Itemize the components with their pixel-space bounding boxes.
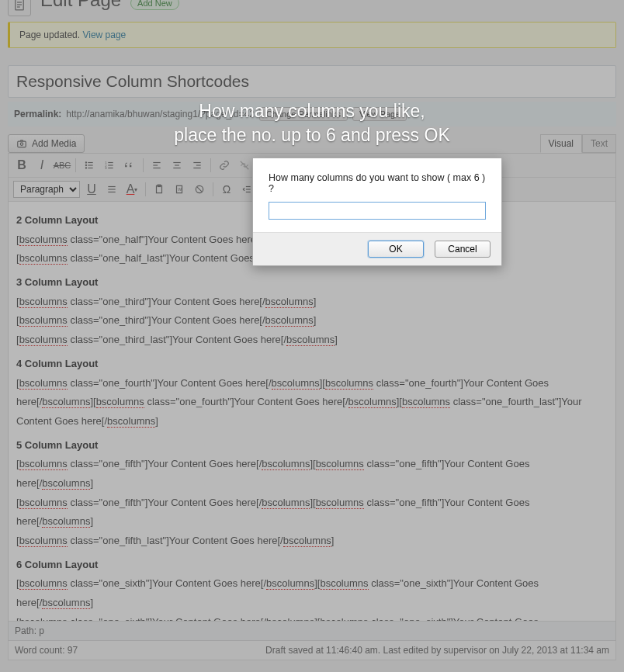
svg-point-6 [85,162,86,163]
content-line: [bscolumns class="one_third"]Your Conten… [16,311,608,331]
svg-point-5 [20,143,23,146]
add-media-button[interactable]: Add Media [8,134,85,153]
page-icon [8,0,31,16]
format-select[interactable]: Paragraph [13,181,80,198]
ok-button[interactable]: OK [368,241,424,258]
content-line: [bscolumns class="one_third_last"]Your C… [16,331,608,350]
content-line: [bscolumns class="one_fifth"]Your Conten… [16,494,608,532]
tab-visual[interactable]: Visual [540,134,582,153]
svg-line-49 [197,187,202,192]
special-char-button[interactable]: Ω [218,181,235,198]
italic-button[interactable]: I [33,157,50,174]
content-heading: 5 Column Layout [16,436,608,456]
title-text: Responsive Column Shortcodes [16,72,608,91]
content-heading: 6 Column Layout [16,556,608,575]
content-line: [bscolumns class="one_sixth"]Your Conten… [16,613,608,621]
camera-icon [16,138,27,149]
word-count: Word count: 97 [15,645,78,656]
columns-prompt-dialog: How many columns do you want to show ( m… [252,158,502,266]
strikethrough-button[interactable]: ABC [54,157,71,174]
unlink-button[interactable] [236,157,253,174]
svg-point-7 [85,165,86,165]
add-media-label: Add Media [32,138,76,149]
content-heading: 4 Column Layout [16,355,608,374]
text-color-button[interactable]: A▾ [123,181,140,198]
svg-rect-4 [18,141,26,147]
content-line: [bscolumns class="one_fifth"]Your Conten… [16,455,608,493]
path-bar: Path: p [9,621,615,640]
separator [143,158,144,172]
separator [145,182,146,196]
bullet-list-button[interactable] [81,157,98,174]
add-new-button[interactable]: Add New [130,0,179,10]
view-page-link[interactable]: View page [82,29,126,40]
page-title: Edit Page [40,0,121,11]
content-line: [bscolumns class="one_fourth"]Your Conte… [16,374,608,431]
remove-format-button[interactable] [191,181,208,198]
link-button[interactable] [216,157,233,174]
svg-text:3: 3 [105,166,107,170]
content-line: [bscolumns class="one_third"]Your Conten… [16,293,608,312]
bold-button[interactable]: B [13,157,30,174]
title-input[interactable]: Responsive Column Shortcodes [8,65,616,98]
separator [213,182,213,196]
content-line: [bscolumns class="one_sixth"]Your Conten… [16,574,608,612]
svg-text:W: W [178,187,182,192]
overlay-instruction: How many columns you like, place the no.… [118,99,506,147]
align-center-button[interactable] [168,157,185,174]
svg-point-8 [85,168,86,168]
align-justify-button[interactable] [103,181,120,198]
paste-word-button[interactable]: W [171,181,188,198]
numbered-list-button[interactable]: 123 [101,157,118,174]
tab-text[interactable]: Text [582,134,616,153]
columns-count-input[interactable] [269,202,486,220]
align-left-button[interactable] [148,157,165,174]
permalink-label: Permalink: [14,109,61,120]
paste-text-button[interactable] [151,181,168,198]
separator [75,158,76,172]
separator [210,158,211,172]
footer-bar: Word count: 97 Draft saved at 11:46:40 a… [8,641,616,660]
content-line: [bscolumns class="one_fifth_last"]Your C… [16,532,608,551]
save-status: Draft saved at 11:46:40 am. Last edited … [265,645,609,656]
cancel-button[interactable]: Cancel [435,241,491,258]
blockquote-button[interactable] [121,157,138,174]
dialog-question: How many columns do you want to show ( m… [269,172,486,194]
content-heading: 3 Column Layout [16,273,608,293]
update-notice: Page updated. View page [8,22,616,48]
underline-button[interactable]: U [83,181,100,198]
align-right-button[interactable] [189,157,206,174]
notice-message: Page updated. [19,29,80,40]
